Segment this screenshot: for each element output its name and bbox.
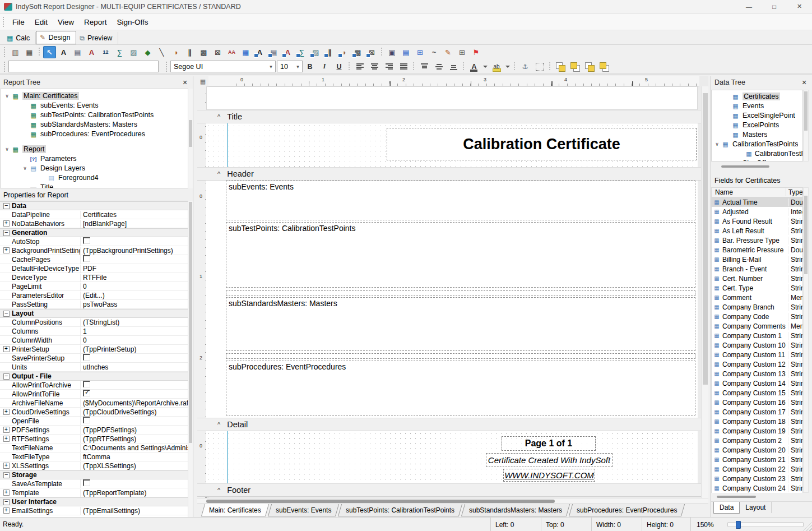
property-row[interactable]: BackgroundPrintSetting (TppBackgroundPri… bbox=[0, 246, 188, 255]
expand-icon[interactable] bbox=[3, 247, 10, 253]
canvas-horizontal-scrollbar[interactable] bbox=[197, 498, 708, 504]
expand-icon[interactable] bbox=[3, 382, 10, 388]
property-value[interactable]: (TppRTFSettings) bbox=[80, 435, 188, 443]
property-row[interactable]: PageLimit 0 bbox=[0, 282, 188, 291]
property-row[interactable]: CachePages bbox=[0, 255, 188, 264]
expand-icon[interactable] bbox=[3, 238, 10, 244]
font-color-dropdown[interactable] bbox=[482, 61, 489, 73]
close-icon[interactable]: ✕ bbox=[800, 79, 809, 86]
collapse-band-icon[interactable]: ^ bbox=[217, 487, 220, 493]
report-tree-item[interactable]: subTestPoints: CalibrationTestPoints bbox=[1, 110, 192, 119]
fields-horizontal-scrollbar[interactable] bbox=[711, 494, 809, 499]
report-tree-scrollbar[interactable] bbox=[188, 89, 193, 188]
data-tree-item[interactable]: ExcelPoints bbox=[712, 120, 802, 130]
checkbox[interactable] bbox=[83, 417, 90, 423]
signature-tool-icon[interactable]: ~ bbox=[428, 46, 440, 58]
report-tree-item[interactable]: Foreground4 bbox=[1, 173, 192, 182]
property-row[interactable]: NoDataBehaviors [ndBlankPage] bbox=[0, 219, 188, 228]
expand-icon[interactable] bbox=[3, 436, 10, 442]
field-row[interactable]: Company Custom 13 Strin bbox=[712, 369, 802, 378]
expand-icon[interactable] bbox=[3, 409, 10, 415]
align-left-button[interactable] bbox=[353, 61, 366, 73]
label-tool-icon[interactable]: A bbox=[57, 46, 70, 58]
property-value[interactable]: (TppCloudDriveSettings) bbox=[80, 408, 188, 416]
property-row[interactable]: RTFSettings (TppRTFSettings) bbox=[0, 435, 188, 444]
property-value[interactable]: Certificates bbox=[80, 211, 188, 219]
checkbox-tool-icon[interactable]: ⊠ bbox=[211, 46, 224, 58]
resize-grip[interactable] bbox=[803, 522, 812, 531]
line-tool-icon[interactable]: ╲ bbox=[155, 46, 168, 58]
view-tab[interactable]: ✎ Design bbox=[36, 31, 76, 44]
collapse-band-icon[interactable]: ^ bbox=[217, 421, 220, 428]
pagestyle-tool-icon[interactable]: ⚑ bbox=[470, 46, 482, 58]
data-tree-scrollbar[interactable] bbox=[803, 90, 809, 161]
property-row[interactable]: AllowPrintToArchive bbox=[0, 381, 188, 390]
dbchart-tool-icon[interactable]: ◑ bbox=[337, 46, 350, 58]
checkbox[interactable] bbox=[83, 479, 90, 486]
property-value[interactable]: [ndBlankPage] bbox=[80, 220, 188, 228]
field-row[interactable]: Company Custom 1 Strin bbox=[712, 331, 802, 340]
report-tree-item[interactable]: Title bbox=[1, 182, 192, 188]
property-value[interactable]: 0 bbox=[80, 283, 188, 290]
collapse-band-icon[interactable]: ^ bbox=[217, 113, 220, 120]
expand-icon[interactable] bbox=[3, 311, 10, 317]
toolbar-grip[interactable] bbox=[3, 47, 7, 57]
region-tool-icon[interactable]: ▣ bbox=[386, 46, 398, 58]
subreport-component[interactable]: subProcedures: EventProcedures bbox=[226, 361, 695, 415]
separator[interactable] bbox=[347, 61, 352, 73]
field-row[interactable]: Company Branch Strin bbox=[712, 302, 802, 312]
property-value[interactable]: C:\Documents and Settings\Administr bbox=[80, 444, 188, 452]
separator[interactable] bbox=[37, 46, 42, 58]
property-row[interactable]: PrinterSetup (TppPrinterSetup) bbox=[0, 345, 188, 354]
dbrichtext-tool-icon[interactable]: A bbox=[281, 46, 294, 58]
report-tree-item[interactable]: subProcedures: EventProcedures bbox=[1, 129, 192, 138]
chevron-down-icon[interactable]: ∨ bbox=[3, 93, 11, 99]
dbimage-tool-icon[interactable]: ▨ bbox=[309, 46, 322, 58]
expand-icon[interactable] bbox=[3, 400, 10, 406]
property-row[interactable]: User Interface bbox=[0, 497, 188, 506]
expand-icon[interactable] bbox=[3, 283, 10, 289]
rotated-text-tool-icon[interactable]: AA bbox=[225, 46, 238, 58]
checkbox[interactable] bbox=[83, 255, 90, 262]
property-row[interactable]: ArchiveFileName ($MyDocuments)\ReportArc… bbox=[0, 399, 188, 408]
band-strip-footer[interactable]: ^ Footer bbox=[197, 483, 707, 497]
property-value[interactable]: PDF bbox=[80, 265, 188, 273]
view-tab[interactable]: ⧉ Preview bbox=[76, 32, 118, 44]
property-row[interactable]: DefaultFileDeviceType PDF bbox=[0, 264, 188, 273]
subreport-tool-icon[interactable]: ▤ bbox=[400, 46, 412, 58]
expand-icon[interactable] bbox=[3, 418, 10, 424]
dbcheckbox-tool-icon[interactable]: ⊠ bbox=[365, 46, 378, 58]
expand-icon[interactable] bbox=[3, 301, 10, 307]
property-row[interactable]: AllowPrintToFile bbox=[0, 390, 188, 399]
checkbox[interactable] bbox=[83, 381, 90, 387]
detail-label-component[interactable]: Certificate Created With IndySoft bbox=[486, 453, 613, 467]
checkbox[interactable] bbox=[83, 354, 90, 361]
dbtext-tool-icon[interactable]: A bbox=[253, 46, 266, 58]
property-value[interactable]: utInches bbox=[80, 363, 188, 371]
menu-item[interactable]: Report bbox=[79, 16, 112, 29]
expand-icon[interactable] bbox=[3, 265, 10, 271]
align-center-button[interactable] bbox=[368, 61, 381, 73]
separator[interactable] bbox=[512, 61, 517, 73]
toolbar-grip[interactable] bbox=[3, 62, 7, 72]
property-row[interactable]: XLSSettings (TppXLSSettings) bbox=[0, 461, 188, 470]
data-tree-item[interactable]: CalibrationTestPoints bbox=[712, 149, 802, 158]
field-row[interactable]: Company Custom 21 Strin bbox=[712, 455, 802, 464]
richtext-tool-icon[interactable]: A bbox=[85, 46, 98, 58]
property-row[interactable]: EmailSettings (TppEmailSettings) bbox=[0, 506, 188, 515]
chart-tool-icon[interactable]: ◑ bbox=[169, 46, 182, 58]
db2dbarcode-tool-icon[interactable]: ▩ bbox=[351, 46, 364, 58]
fields-column-name[interactable]: Name bbox=[712, 188, 786, 196]
title-band[interactable]: Calibration Certificate bbox=[206, 123, 698, 167]
barcode2d-tool-icon[interactable]: ▩ bbox=[197, 46, 210, 58]
subreport-component[interactable] bbox=[226, 290, 695, 296]
report-tree-item[interactable]: subEvents: Events bbox=[1, 100, 192, 110]
subreport-component[interactable] bbox=[226, 353, 695, 359]
property-row[interactable]: Output - File bbox=[0, 372, 188, 381]
property-row[interactable]: PDFSettings (TppPDFSettings) bbox=[0, 426, 188, 435]
band-strip-title[interactable]: ^ Title bbox=[197, 110, 707, 123]
expand-icon[interactable] bbox=[3, 391, 10, 397]
property-value[interactable]: 1 bbox=[80, 327, 188, 335]
property-value[interactable] bbox=[80, 381, 188, 389]
dbbarcode-tool-icon[interactable]: ∥ bbox=[323, 46, 336, 58]
